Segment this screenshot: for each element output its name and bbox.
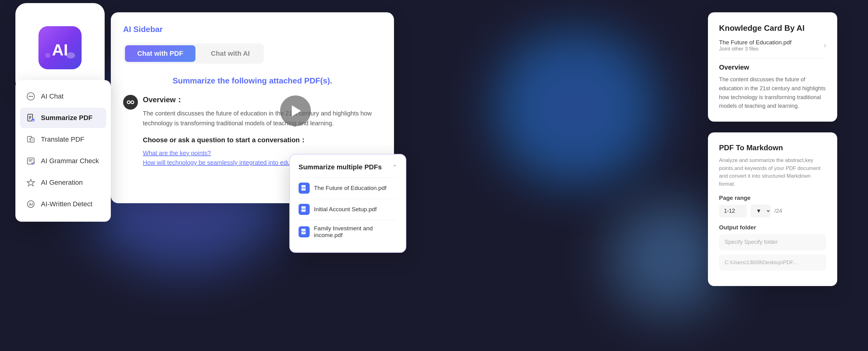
- sidebar-item-translate-pdf[interactable]: AA Translate PDF: [20, 129, 106, 150]
- chevron-down-icon[interactable]: ⌃: [393, 164, 397, 171]
- svg-text:PDF: PDF: [301, 231, 306, 233]
- panel-title: AI Sidebar: [123, 25, 382, 34]
- summarize-pdfs-title: Summarize multiple PDFs: [299, 163, 382, 171]
- summarize-pdfs-card: Summarize multiple PDFs ⌃ PDF The Future…: [289, 154, 406, 253]
- sidebar-item-ai-written-detect[interactable]: AI AI-Written Detect: [20, 194, 106, 214]
- pdf-icon-2: PDF: [299, 204, 310, 215]
- chat-prompt: Summarize the following attached PDF(s).: [123, 76, 382, 86]
- svg-point-26: [128, 101, 130, 103]
- pdf-filename-2: Initial Account Setup.pdf: [314, 206, 377, 213]
- pdf-filename-1: The Future of Education.pdf: [314, 185, 386, 192]
- sidebar-label-summarize-pdf: Summarize PDF: [41, 114, 93, 122]
- pdf-icon-3: PDF: [299, 226, 310, 237]
- knowledge-overview-heading: Overview: [719, 63, 826, 71]
- svg-text:PDF: PDF: [301, 187, 306, 189]
- svg-text:AI: AI: [29, 202, 33, 207]
- svg-point-6: [30, 96, 31, 97]
- sidebar-label-translate-pdf: Translate PDF: [41, 136, 84, 144]
- page-range-row: ▼ /24: [719, 204, 826, 217]
- knowledge-card-title: Knowledge Card By AI: [719, 23, 826, 33]
- summarize-header: Summarize multiple PDFs ⌃: [299, 163, 397, 171]
- sidebar-label-ai-written-detect: AI-Written Detect: [41, 200, 92, 208]
- ai-avatar: [123, 95, 138, 110]
- pdf-md-title: PDF To Markdown: [719, 144, 826, 152]
- tab-chat-pdf[interactable]: Chat with PDF: [125, 45, 195, 62]
- sidebar-item-ai-generation[interactable]: AI Generation: [20, 172, 106, 193]
- page-range-label: Page range: [719, 195, 826, 201]
- pdf-icon-1: PDF: [299, 183, 310, 194]
- sidebar-menu-card: AI Chat A Summarize PDF AA Translate PDF…: [16, 80, 111, 222]
- knowledge-file-row[interactable]: The Future of Education.pdf Joint other …: [719, 39, 826, 52]
- ai-chat-icon: [26, 91, 36, 101]
- svg-text:A: A: [31, 139, 33, 142]
- pdf-list-item-2[interactable]: PDF Initial Account Setup.pdf: [299, 199, 397, 220]
- output-folder-path-text: C:\Users\13609\Desktop\PDF...: [724, 260, 820, 266]
- chevron-right-icon: ›: [824, 41, 826, 50]
- pdf-list-item-1[interactable]: PDF The Future of Education.pdf: [299, 177, 397, 199]
- svg-marker-21: [27, 179, 34, 186]
- play-button[interactable]: [280, 95, 311, 126]
- page-range-select[interactable]: ▼: [750, 204, 771, 217]
- svg-text:A: A: [32, 119, 34, 122]
- knowledge-card: Knowledge Card By AI The Future of Educa…: [708, 12, 837, 122]
- sidebar-label-grammar-check: AI Grammar Check: [41, 157, 99, 165]
- sidebar-label-ai-chat: AI Chat: [41, 92, 63, 100]
- questions-title: Choose or ask a question to start a conv…: [143, 136, 382, 145]
- svg-point-7: [32, 96, 33, 97]
- svg-text:PDF: PDF: [301, 208, 306, 210]
- ai-grammar-check-icon: [26, 156, 36, 166]
- logo-card: AI: [16, 3, 105, 92]
- sidebar-item-ai-grammar-check[interactable]: AI Grammar Check: [20, 151, 106, 171]
- overview-text: The content discusses the future of educ…: [143, 108, 382, 128]
- translate-pdf-icon: AA: [26, 134, 36, 145]
- knowledge-filename: The Future of Education.pdf: [719, 39, 824, 46]
- knowledge-file-info: The Future of Education.pdf Joint other …: [719, 39, 824, 52]
- svg-point-3: [45, 53, 50, 58]
- svg-text:AI: AI: [52, 41, 68, 59]
- summarize-pdf-icon: A: [26, 113, 36, 123]
- pdf-filename-3: Family Investment and income.pdf: [314, 225, 397, 239]
- output-folder-placeholder-box[interactable]: Specify Specify folder: [719, 234, 826, 250]
- sidebar-item-ai-chat[interactable]: AI Chat: [20, 86, 106, 107]
- sidebar-item-summarize-pdf[interactable]: A Summarize PDF: [20, 108, 106, 128]
- output-folder-label: Output folder: [719, 224, 826, 231]
- tab-row: Chat with PDF Chat with AI: [123, 43, 264, 64]
- play-triangle-icon: [292, 105, 301, 116]
- ai-logo-icon: AI: [38, 26, 82, 69]
- svg-point-5: [29, 96, 30, 97]
- svg-point-27: [131, 101, 133, 103]
- knowledge-joint-text: Joint other 3 files: [719, 46, 824, 52]
- knowledge-overview-text: The content discusses the future of educ…: [719, 75, 826, 111]
- tab-chat-ai[interactable]: Chat with AI: [198, 45, 262, 62]
- pdf-list-item-3[interactable]: PDF Family Investment and income.pdf: [299, 220, 397, 243]
- divider-1: [719, 58, 826, 59]
- pdf-markdown-card: PDF To Markdown Analyze and summarize th…: [708, 133, 837, 286]
- output-folder-placeholder-text: Specify Specify folder: [724, 239, 820, 245]
- svg-point-2: [66, 52, 75, 59]
- page-range-input[interactable]: [719, 205, 747, 217]
- page-total: /24: [774, 208, 782, 214]
- overview-title: Overview：: [143, 95, 382, 105]
- ai-written-detect-icon: AI: [26, 199, 36, 209]
- sidebar-label-ai-generation: AI Generation: [41, 179, 83, 186]
- pdf-md-description: Analyze and summarize the abstract,key p…: [719, 156, 826, 188]
- ai-generation-icon: [26, 177, 36, 188]
- output-folder-path-box: C:\Users\13609\Desktop\PDF...: [719, 255, 826, 271]
